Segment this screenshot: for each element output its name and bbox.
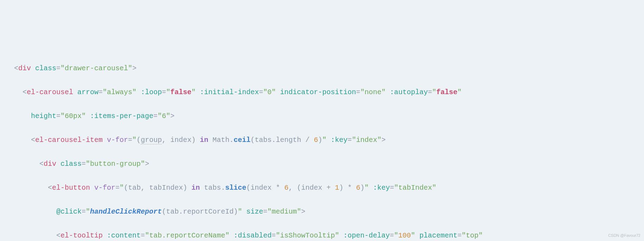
string: ": [132, 136, 136, 144]
string: "tabIndex": [394, 184, 436, 192]
code-line[interactable]: <el-carousel-item v-for="(group, index) …: [14, 134, 644, 146]
string: ": [394, 232, 398, 240]
string: ": [322, 136, 326, 144]
code-line[interactable]: <el-carousel arrow="always" :loop="false…: [14, 86, 644, 98]
string: ": [120, 184, 124, 192]
attr: :key: [373, 184, 390, 192]
code-line[interactable]: <el-tooltip :content="tab.reportCoreName…: [14, 230, 644, 241]
string: "medium": [267, 208, 301, 216]
punct: >: [145, 160, 149, 168]
tag: el-tooltip: [60, 232, 103, 240]
punct: <: [39, 160, 44, 168]
keyword: in: [200, 136, 208, 144]
string: ": [364, 184, 369, 192]
code-line[interactable]: @click="handleClickReport(tab.reportCore…: [14, 206, 644, 218]
punct: >: [132, 64, 136, 72]
attr: indicator-position: [280, 88, 356, 96]
string: ": [86, 208, 90, 216]
punct: >: [301, 208, 305, 216]
string: "drawer-carousel": [60, 64, 132, 72]
attr: :initial-index: [200, 88, 259, 96]
code-line[interactable]: <el-button v-for="(tab, tabIndex) in tab…: [14, 182, 644, 194]
attr: :key: [331, 136, 347, 144]
attr: :autoplay: [390, 88, 428, 96]
method: slice: [225, 184, 246, 192]
string: "button-group": [86, 160, 145, 168]
punct: <: [31, 136, 35, 144]
punct: <: [14, 64, 18, 72]
string: ": [166, 88, 170, 96]
code-line[interactable]: <div class="drawer-carousel">: [14, 63, 644, 74]
punct: =: [56, 64, 60, 72]
code-line[interactable]: height="60px" :items-per-page="6">: [14, 110, 644, 122]
tag: el-carousel: [27, 88, 73, 96]
attr: class: [60, 160, 82, 168]
keyword: false: [170, 88, 191, 96]
watermark-text: CSDN @Favour72: [608, 232, 640, 239]
attr: v-for: [107, 136, 128, 144]
attr: @click: [56, 208, 82, 216]
attr: placement: [419, 232, 457, 240]
string: "tab.reportCoreName": [145, 232, 229, 240]
code-editor[interactable]: <div class="drawer-carousel"> <el-carous…: [0, 51, 644, 241]
method: ceil: [234, 136, 250, 144]
attr: v-for: [94, 184, 115, 192]
tag: div: [18, 64, 31, 72]
keyword: in: [191, 184, 200, 192]
string: ": [238, 208, 242, 216]
attr: :disabled: [234, 232, 272, 240]
tag: el-carousel-item: [35, 136, 103, 144]
string: "top": [461, 232, 483, 240]
string: "6": [158, 112, 170, 120]
punct: >: [170, 112, 174, 120]
attr: :loop: [141, 88, 162, 96]
string: ": [457, 88, 461, 96]
string: ": [432, 88, 436, 96]
string: "0": [263, 88, 276, 96]
tag: div: [44, 160, 56, 168]
attr: :content: [107, 232, 141, 240]
punct: >: [381, 136, 385, 144]
string: "none": [360, 88, 385, 96]
attr: height: [31, 112, 56, 120]
string: ": [411, 232, 415, 240]
attr: class: [35, 64, 56, 72]
attr: :open-delay: [343, 232, 390, 240]
attr: :items-per-page: [90, 112, 153, 120]
punct: <: [56, 232, 60, 240]
string: ": [191, 88, 196, 96]
attr: arrow: [77, 88, 98, 96]
var: group: [141, 136, 162, 144]
method: handleClickReport: [90, 208, 162, 216]
code-line[interactable]: <div class="button-group">: [14, 158, 644, 170]
keyword: false: [436, 88, 457, 96]
tag: el-button: [52, 184, 90, 192]
string: "60px": [60, 112, 86, 120]
string: "always": [103, 88, 136, 96]
punct: <: [23, 88, 27, 96]
string: "isShowTooltip": [276, 232, 339, 240]
string: "index": [352, 136, 381, 144]
punct: <: [48, 184, 52, 192]
attr: size: [246, 208, 263, 216]
